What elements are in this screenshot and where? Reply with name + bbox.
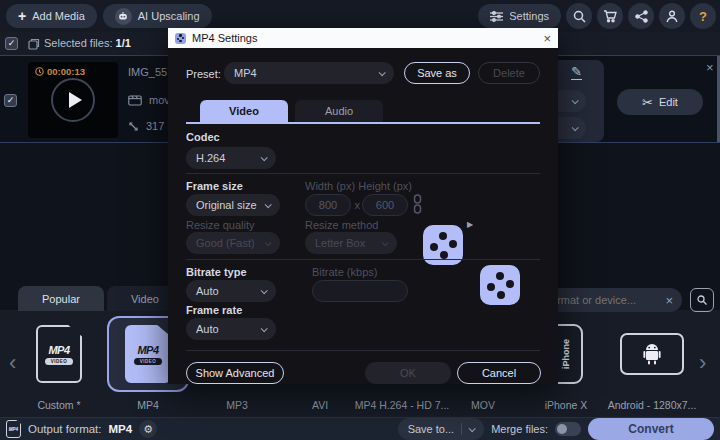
play-button[interactable]	[51, 78, 95, 122]
bitrate-input	[312, 280, 408, 302]
dialog-tabs: Video Audio	[200, 100, 383, 122]
remove-file-icon[interactable]: ×	[706, 60, 714, 75]
resize-preview-after-icon	[480, 265, 520, 305]
codec-label: Codec	[186, 131, 220, 143]
file-size: 317 KB	[128, 120, 168, 132]
scroll-left-icon[interactable]: ‹	[9, 350, 16, 376]
show-advanced-button[interactable]: Show Advanced	[186, 362, 284, 384]
tab-video-settings[interactable]: Video	[200, 100, 288, 122]
save-as-button[interactable]: Save as	[404, 62, 470, 84]
bitrate-label: Bitrate (kbps)	[312, 266, 377, 278]
width-input: 800	[305, 194, 351, 216]
tab-underline	[186, 122, 540, 124]
height-input: 600	[362, 194, 408, 216]
ai-robot-icon	[115, 8, 132, 25]
play-icon	[69, 92, 82, 108]
format-search-input[interactable]	[548, 294, 661, 306]
cart-button[interactable]	[597, 3, 623, 29]
duration-badge: 00:00:13	[35, 66, 85, 77]
scroll-right-icon[interactable]: ›	[699, 350, 706, 376]
ai-upscaling-button[interactable]: AI Upscaling	[103, 4, 212, 28]
search-button[interactable]	[566, 3, 592, 29]
edit-button[interactable]: ✂ Edit	[617, 89, 703, 115]
divider	[186, 350, 540, 351]
edit-label: Edit	[659, 96, 678, 108]
dialog-title: MP4 Settings	[192, 32, 257, 44]
clapper-icon	[128, 95, 142, 106]
format-tabs: Popular Video	[18, 286, 183, 311]
tab-popular[interactable]: Popular	[18, 286, 104, 311]
device-search-button[interactable]	[690, 288, 714, 312]
save-to-button[interactable]: Save to...	[398, 418, 484, 440]
chevron-down-icon	[379, 69, 386, 76]
output-settings-button[interactable]: ⚙	[139, 420, 157, 438]
person-icon	[666, 10, 678, 23]
preset-dropdown[interactable]: MP4	[224, 62, 394, 84]
format-tile-custom[interactable]: MP4VIDEO	[20, 318, 98, 390]
share-icon	[635, 10, 648, 23]
tab-audio-settings[interactable]: Audio	[295, 100, 383, 122]
resize-arrows-icon	[128, 121, 139, 132]
frame-rate-label: Frame rate	[186, 304, 242, 316]
chevron-down-icon	[261, 287, 268, 294]
resize-arrow-icon: ▶	[467, 220, 473, 229]
chevron-down-icon	[572, 124, 579, 131]
help-button[interactable]: ?	[690, 3, 716, 29]
delete-button: Delete	[478, 62, 540, 84]
resize-quality-dropdown: Good (Fast)	[186, 232, 280, 254]
chevron-down-icon	[572, 97, 579, 104]
codec-dropdown[interactable]: H.264	[186, 147, 276, 169]
chevron-down-icon	[265, 201, 272, 208]
ok-button: OK	[365, 362, 451, 384]
link-aspect-icon[interactable]	[413, 194, 422, 214]
output-format-value: MP4	[109, 423, 133, 435]
selected-files-label: Selected files: 1/1	[44, 37, 131, 49]
account-button[interactable]	[659, 3, 685, 29]
frame-size-dropdown[interactable]: Original size	[186, 194, 280, 216]
output-format-label: Output format:	[28, 423, 102, 435]
device-search-icon	[696, 294, 708, 306]
clock-icon	[35, 67, 44, 76]
add-media-button[interactable]: + Add Media	[6, 4, 97, 28]
share-button[interactable]	[628, 3, 654, 29]
file-checkbox[interactable]: ✓	[4, 94, 17, 107]
merge-files-label: Merge files:	[491, 423, 548, 435]
resize-method-label: Resize method	[305, 219, 378, 231]
divider	[186, 259, 540, 260]
bitrate-type-label: Bitrate type	[186, 266, 247, 278]
file-container: mov	[128, 94, 170, 106]
top-bar-left: + Add Media AI Upscaling	[6, 4, 212, 28]
app-logo-icon	[175, 33, 186, 44]
sliders-icon	[490, 11, 503, 22]
output-file-icon: MP4	[6, 420, 21, 438]
chevron-down-icon	[265, 239, 272, 246]
top-bar-right: Settings ?	[478, 3, 716, 29]
add-media-label: Add Media	[32, 10, 85, 22]
settings-button[interactable]: Settings	[478, 4, 561, 28]
help-icon: ?	[699, 9, 707, 24]
width-height-labels: Width (px) Height (px)	[305, 180, 412, 192]
cart-icon	[603, 10, 617, 23]
clear-search-icon[interactable]: ×	[665, 293, 673, 308]
rename-pencil-icon[interactable]: ✎	[571, 64, 582, 80]
convert-button[interactable]: Convert	[588, 418, 714, 440]
bitrate-type-dropdown[interactable]: Auto	[186, 280, 276, 302]
mp4-file-icon: MP4VIDEO	[125, 325, 171, 383]
resize-method-dropdown: Letter Box	[305, 232, 397, 254]
format-tile-android[interactable]	[613, 318, 691, 390]
dialog-title-bar[interactable]: MP4 Settings ×	[168, 28, 558, 48]
height-label: Height (px)	[358, 180, 412, 192]
ai-upscaling-label: AI Upscaling	[138, 10, 200, 22]
gear-icon: ⚙	[143, 423, 153, 436]
width-label: Width (px)	[305, 180, 355, 192]
settings-label: Settings	[509, 10, 549, 22]
dimension-separator: x	[355, 199, 361, 211]
chevron-down-icon	[382, 239, 389, 246]
select-all-checkbox[interactable]: ✓	[5, 37, 18, 50]
toggle-knob	[557, 424, 567, 434]
close-icon[interactable]: ×	[543, 31, 551, 46]
frame-rate-dropdown[interactable]: Auto	[186, 318, 276, 340]
merge-files-toggle[interactable]	[555, 422, 581, 436]
cancel-button[interactable]: Cancel	[457, 362, 541, 384]
format-label: Android - 1280x7...	[597, 399, 707, 411]
